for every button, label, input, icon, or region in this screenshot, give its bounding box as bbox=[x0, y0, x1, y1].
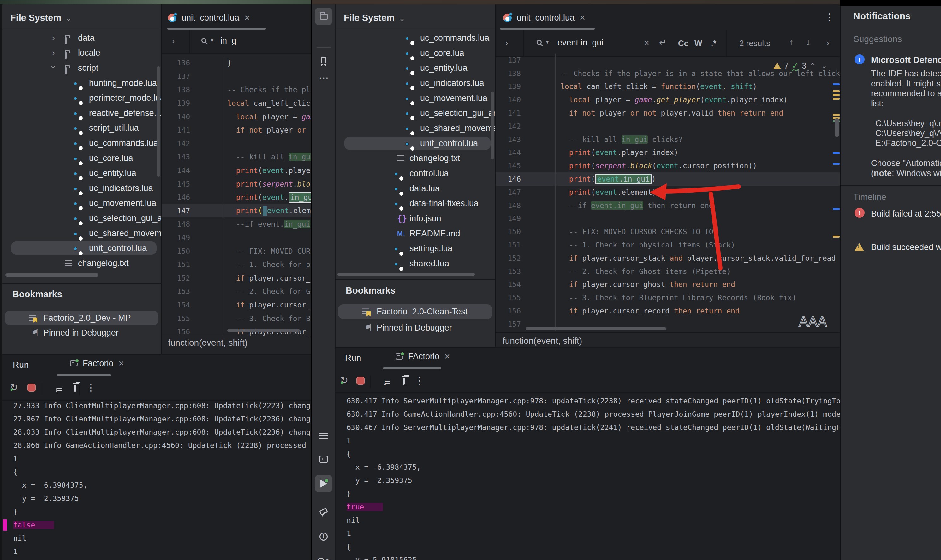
line-number: 151 bbox=[502, 241, 521, 249]
timeline-item-build-failed-at-2-55-1[interactable]: !Build failed at 2:55:1 bbox=[841, 207, 941, 222]
search-input[interactable]: in_g bbox=[220, 36, 237, 46]
structure-tool-button[interactable] bbox=[315, 427, 332, 445]
clear-console-button[interactable] bbox=[403, 378, 405, 385]
tree-item-changelog-txt[interactable]: changelog.txt bbox=[335, 151, 495, 166]
collapse-chevron-icon[interactable]: › bbox=[505, 38, 508, 48]
tree-item-uc-commands-lua[interactable]: uc_commands.lua bbox=[335, 30, 495, 45]
tree-horizontal-scrollbar[interactable] bbox=[5, 273, 98, 277]
tree-item-readme-md[interactable]: M↓README.md bbox=[335, 226, 495, 241]
tree-item-uc-movement-lua[interactable]: uc_movement.lua bbox=[2, 196, 161, 211]
tree-item-settings-lua[interactable]: settings.lua bbox=[335, 241, 495, 256]
code-editor[interactable]: 136}137138-- Checks if the player139loca… bbox=[161, 56, 311, 338]
rerun-button[interactable]: ↻ bbox=[10, 382, 18, 392]
close-icon[interactable]: × bbox=[580, 12, 585, 23]
bookmark-item-factorio-2-0-dev-mp[interactable]: Factorio_2.0_Dev - MP bbox=[5, 311, 158, 325]
tree-item-uc-entity-lua[interactable]: uc_entity.lua bbox=[335, 60, 495, 75]
bookmark-item-pinned-in-debugger[interactable]: ⚑Pinned in Debugger bbox=[5, 325, 158, 340]
file-tree[interactable]: uc_commands.luauc_core.luauc_entity.luau… bbox=[335, 30, 495, 271]
bookmarks-tool-button[interactable] bbox=[315, 51, 332, 69]
editor-horizontal-scrollbar[interactable] bbox=[526, 327, 666, 330]
chevron-right-icon[interactable]: › bbox=[52, 48, 55, 58]
regex-toggle[interactable]: .* bbox=[711, 38, 716, 48]
terminal-tool-button[interactable] bbox=[315, 451, 332, 468]
build-tool-button[interactable] bbox=[315, 504, 332, 522]
tree-item-data[interactable]: ›data bbox=[2, 30, 161, 45]
search-input[interactable]: event.in_gui bbox=[557, 38, 604, 48]
tree-vertical-scrollbar[interactable] bbox=[491, 92, 494, 159]
more-options-icon[interactable]: ⋮ bbox=[86, 382, 95, 393]
tree-item-changelog-txt[interactable]: changelog.txt bbox=[2, 256, 161, 271]
tree-item-uc-indicators-lua[interactable]: uc_indicators.lua bbox=[2, 180, 161, 196]
project-title[interactable]: File System⌄ bbox=[344, 12, 405, 23]
code-line-150: 150 -- FIX: MOVED CURSOR bbox=[161, 244, 311, 258]
tree-item-uc-shared-moveme[interactable]: uc_shared_moveme bbox=[335, 121, 495, 136]
close-icon[interactable]: × bbox=[444, 351, 450, 362]
stop-button[interactable] bbox=[357, 377, 364, 385]
run-console[interactable]: 27.933 Info ClientMultiplayerManager.cpp… bbox=[2, 399, 311, 558]
more-tools-icon[interactable]: ⋮ bbox=[318, 74, 329, 83]
editor-vertical-scrollbar[interactable] bbox=[835, 118, 839, 137]
project-tool-button[interactable] bbox=[315, 8, 332, 25]
tree-item-control-lua[interactable]: control.lua bbox=[335, 166, 495, 181]
words-toggle[interactable]: W bbox=[695, 38, 703, 48]
run-tab-factorio[interactable]: FActorio × bbox=[395, 351, 450, 362]
project-title[interactable]: File System⌄ bbox=[11, 12, 72, 23]
search-dropdown-icon[interactable]: ▾ bbox=[211, 37, 214, 43]
tree-item-unit-control-lua[interactable]: unit_control.lua bbox=[2, 240, 161, 256]
next-match-icon[interactable]: ↓ bbox=[806, 37, 810, 47]
tree-item-uc-selection-gui-an[interactable]: uc_selection_gui_an bbox=[335, 105, 495, 121]
chevron-right-icon[interactable]: › bbox=[52, 33, 55, 43]
stop-button[interactable] bbox=[28, 383, 36, 392]
tree-item-uc-indicators-lua[interactable]: uc_indicators.lua bbox=[335, 75, 495, 91]
clear-console-button[interactable] bbox=[74, 385, 76, 392]
newline-icon[interactable]: ↵ bbox=[659, 37, 666, 48]
tree-item-locale[interactable]: ›locale bbox=[2, 45, 161, 61]
tree-item-shared-lua[interactable]: shared.lua bbox=[335, 256, 495, 271]
tree-item-script[interactable]: ›script bbox=[2, 60, 161, 75]
tree-item-uc-commands-lua[interactable]: uc_commands.lua bbox=[2, 135, 161, 151]
tree-item-uc-shared-moveme[interactable]: uc_shared_moveme bbox=[2, 226, 161, 241]
tree-item-uc-core-lua[interactable]: uc_core.lua bbox=[335, 45, 495, 61]
tree-item-perimeter-mode-lua[interactable]: perimeter_mode.lua bbox=[2, 90, 161, 105]
collapse-chevron-icon[interactable]: › bbox=[172, 36, 175, 46]
tree-item-hunting-mode-lua[interactable]: hunting_mode.lua bbox=[2, 75, 161, 91]
tree-item-unit-control-lua[interactable]: unit_control.lua bbox=[335, 136, 495, 151]
scrollbar-marker-strip[interactable] bbox=[833, 5, 840, 333]
run-tab-factorio[interactable]: Factorio × bbox=[70, 358, 124, 369]
breadcrumb[interactable]: function(event, shift) bbox=[503, 336, 582, 346]
chevron-down-icon[interactable]: › bbox=[49, 66, 58, 69]
match-case-toggle[interactable]: Cc bbox=[678, 38, 689, 48]
timeline-item-build-succeeded-wit[interactable]: Build succeeded wit bbox=[841, 240, 941, 255]
bookmark-item-pinned-in-debugger[interactable]: ⚑Pinned in Debugger bbox=[338, 320, 492, 335]
more-options-icon[interactable]: ⋮ bbox=[415, 375, 424, 386]
breadcrumb[interactable]: function(event, shift) bbox=[168, 338, 248, 348]
search-dropdown-icon[interactable]: ▾ bbox=[546, 39, 549, 45]
previous-match-icon[interactable]: ↑ bbox=[789, 37, 793, 47]
more-search-options-icon[interactable]: › bbox=[826, 38, 829, 48]
gutter-divider bbox=[555, 120, 556, 133]
rerun-button[interactable]: ↻ bbox=[340, 375, 348, 385]
bookmark-item-factorio-2-0-clean-test[interactable]: Factorio_2.0-Clean-Test bbox=[338, 304, 492, 319]
tab-unit-control[interactable]: unit_control.lua × bbox=[168, 9, 250, 26]
tree-item-uc-selection-gui-an[interactable]: uc_selection_gui_an bbox=[2, 211, 161, 226]
tree-item-data-final-fixes-lua[interactable]: data-final-fixes.lua bbox=[335, 196, 495, 211]
tree-item-data-lua[interactable]: data.lua bbox=[335, 181, 495, 196]
file-tree[interactable]: ›data›locale›scripthunting_mode.luaperim… bbox=[2, 30, 161, 271]
tree-horizontal-scrollbar[interactable] bbox=[337, 273, 475, 276]
services-tool-button[interactable]: Oo bbox=[315, 552, 332, 560]
editor-horizontal-scrollbar[interactable] bbox=[227, 329, 300, 332]
tree-item-uc-entity-lua[interactable]: uc_entity.lua bbox=[2, 165, 161, 180]
close-icon[interactable]: × bbox=[244, 12, 250, 23]
close-icon[interactable]: × bbox=[119, 358, 125, 369]
clear-search-icon[interactable]: × bbox=[644, 38, 649, 48]
tree-item-uc-movement-lua[interactable]: uc_movement.lua bbox=[335, 91, 495, 106]
problems-tool-button[interactable] bbox=[315, 528, 332, 546]
tab-unit-control[interactable]: unit_control.lua × bbox=[503, 9, 585, 26]
run-console[interactable]: 630.417 Info ServerMultiplayerManager.cp… bbox=[335, 394, 840, 560]
tree-item-script-util-lua[interactable]: script_util.lua bbox=[2, 121, 161, 136]
tree-item-info-json[interactable]: {}info.json bbox=[335, 211, 495, 226]
run-tool-button[interactable] bbox=[315, 475, 332, 492]
tree-item-uc-core-lua[interactable]: uc_core.lua bbox=[2, 151, 161, 166]
tree-item-reactive-defense-lua[interactable]: reactive_defense.lua bbox=[2, 105, 161, 121]
tree-vertical-scrollbar[interactable] bbox=[157, 66, 160, 177]
